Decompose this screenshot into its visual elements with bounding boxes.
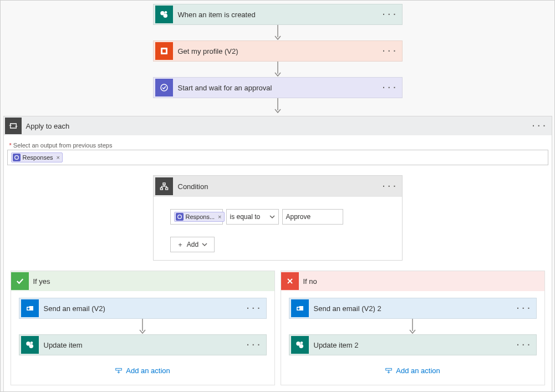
office-icon (155, 42, 173, 60)
arrow-icon (274, 62, 282, 77)
if-no-header[interactable]: If no (281, 271, 544, 291)
svg-point-17 (177, 215, 181, 219)
if-yes-branch: If yes Send an email (V2) · · · (11, 271, 275, 385)
responses-token[interactable]: Responses × (11, 152, 63, 162)
arrow-icon (19, 319, 267, 334)
apply-to-each-header[interactable]: Apply to each · · · (4, 116, 552, 135)
outlook-icon (291, 299, 309, 317)
arrow-icon (274, 98, 282, 114)
update-item-no-step[interactable]: Update item 2 · · · (289, 334, 537, 355)
condition-card: Condition · · · Respons... × (153, 175, 403, 261)
update-yes-menu[interactable]: · · · (241, 340, 266, 349)
approval-step[interactable]: Start and wait for an approval · · · (153, 77, 403, 98)
check-icon (11, 272, 29, 290)
if-no-title: If no (303, 277, 317, 286)
profile-menu[interactable]: · · · (377, 47, 401, 55)
apply-title: Apply to each (23, 122, 527, 130)
apply-to-each-container: Apply to each · · · * Select an output f… (3, 116, 552, 392)
svg-point-34 (300, 342, 303, 344)
trigger-menu[interactable]: · · · (377, 10, 401, 19)
email-yes-menu[interactable]: · · · (241, 304, 266, 313)
svg-point-33 (299, 344, 303, 349)
svg-rect-16 (165, 188, 167, 190)
email-no-title: Send an email (V2) 2 (310, 304, 512, 313)
value-text: Approve (286, 213, 311, 221)
token-label: Responses (23, 154, 53, 161)
condition-title: Condition (175, 182, 378, 191)
svg-rect-10 (163, 183, 165, 185)
svg-point-20 (27, 308, 29, 310)
update-no-title: Update item 2 (310, 341, 512, 349)
svg-point-9 (14, 156, 18, 160)
add-action-yes-label: Add an action (126, 366, 170, 375)
update-yes-title: Update item (40, 341, 242, 349)
chevron-down-icon (202, 242, 207, 247)
arrow-icon (289, 319, 537, 334)
send-email-no-step[interactable]: Send an email (V2) 2 · · · (289, 298, 537, 319)
approval-token-icon (13, 154, 21, 161)
trigger-step[interactable]: When an item is created · · · (153, 4, 403, 25)
flow-canvas: When an item is created · · · Get my pro… (1, 1, 554, 114)
apply-menu[interactable]: · · · (527, 121, 551, 130)
condition-icon (155, 177, 173, 195)
if-yes-title: If yes (33, 277, 50, 286)
svg-rect-5 (162, 49, 166, 53)
svg-point-1 (163, 14, 167, 18)
if-no-branch: If no Send an email (V2) 2 · · · (281, 271, 545, 385)
update-item-yes-step[interactable]: Update item · · · (19, 334, 267, 355)
condition-header[interactable]: Condition · · · (154, 176, 402, 197)
add-action-yes[interactable]: Add an action (19, 366, 267, 375)
chevron-down-icon (269, 214, 275, 220)
if-yes-header[interactable]: If yes (11, 271, 274, 291)
approval-token-icon (176, 213, 184, 221)
sharepoint-icon (21, 336, 39, 354)
close-icon (281, 272, 299, 290)
email-no-menu[interactable]: · · · (511, 304, 536, 313)
add-action-no-label: Add an action (396, 366, 440, 375)
token-label: Respons... (186, 213, 215, 220)
output-input[interactable]: Responses × (7, 150, 548, 165)
operator-label: is equal to (230, 213, 261, 221)
sharepoint-icon (155, 6, 173, 23)
sharepoint-icon (291, 336, 309, 354)
approval-title: Start and wait for an approval (175, 84, 378, 92)
arrow-icon (274, 25, 282, 40)
add-action-icon (385, 367, 393, 375)
svg-rect-15 (160, 188, 162, 190)
condition-left-input[interactable]: Respons... × (170, 209, 223, 225)
condition-branches: If yes Send an email (V2) · · · (7, 261, 548, 391)
svg-rect-25 (116, 368, 122, 370)
add-label: Add (187, 241, 198, 248)
svg-point-24 (30, 342, 33, 344)
profile-step[interactable]: Get my profile (V2) · · · (153, 40, 403, 62)
plus-icon: ＋ (177, 240, 184, 250)
input-label: * Select an output from previous steps (9, 142, 546, 149)
condition-row: Respons... × is equal to Approve (170, 209, 385, 225)
outlook-icon (21, 299, 39, 317)
condition-operator-select[interactable]: is equal to (226, 209, 279, 225)
svg-point-2 (164, 11, 167, 14)
token-remove[interactable]: × (218, 213, 221, 220)
response-token[interactable]: Respons... × (174, 212, 225, 222)
condition-menu[interactable]: · · · (377, 182, 401, 191)
add-action-no[interactable]: Add an action (289, 366, 537, 375)
add-action-icon (115, 367, 123, 375)
token-remove[interactable]: × (57, 154, 60, 161)
trigger-title: When an item is created (175, 11, 378, 19)
svg-rect-35 (386, 368, 392, 370)
svg-point-7 (161, 84, 167, 91)
email-yes-title: Send an email (V2) (40, 304, 242, 313)
loop-icon (5, 118, 22, 134)
update-no-menu[interactable]: · · · (511, 340, 536, 349)
condition-value-input[interactable]: Approve (282, 209, 343, 225)
send-email-yes-step[interactable]: Send an email (V2) · · · (19, 298, 267, 319)
add-condition-button[interactable]: ＋ Add (170, 237, 215, 252)
svg-point-23 (29, 344, 33, 349)
svg-point-30 (297, 308, 299, 310)
approval-icon (155, 79, 173, 96)
profile-title: Get my profile (V2) (175, 47, 378, 55)
approval-menu[interactable]: · · · (377, 83, 401, 92)
